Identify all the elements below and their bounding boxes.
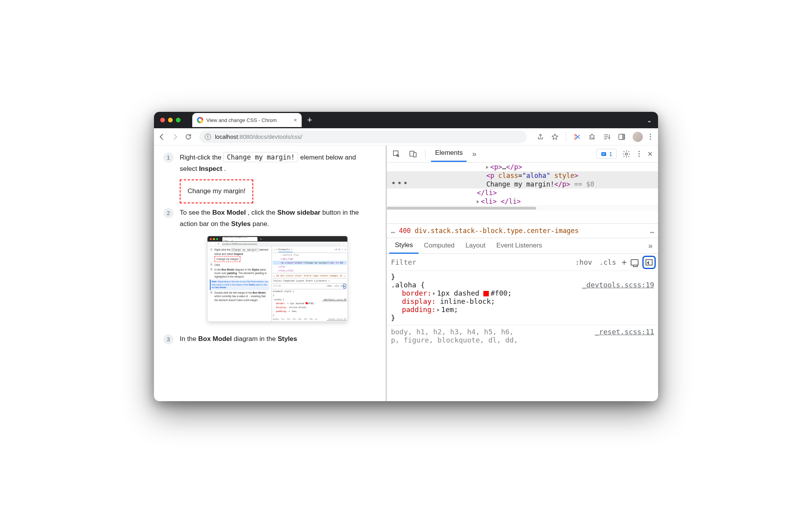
browser-window: View and change CSS - Chrom × + ⌄ i loca… [154, 112, 658, 401]
rule-text: } [391, 314, 654, 322]
nav-back-button[interactable] [158, 133, 166, 141]
step-bold: Box Model [212, 209, 246, 216]
step-text: To see the [180, 209, 212, 216]
rule-selector[interactable]: p, figure, blockquote, dl, dd, [391, 336, 518, 344]
new-tab-button[interactable]: + [307, 115, 312, 125]
share-icon[interactable] [537, 133, 544, 140]
show-sidebar-button[interactable] [642, 256, 656, 269]
step-bold: Box Model [198, 335, 232, 343]
step-3: 3 In the Box Model diagram in the Styles [163, 334, 375, 345]
reading-list-icon[interactable] [603, 133, 611, 141]
issues-badge[interactable]: 1 [596, 149, 617, 159]
step-bold: Show sidebar [277, 209, 320, 216]
tab-styles[interactable]: Styles [389, 238, 418, 254]
rule-selector[interactable]: .aloha { [391, 281, 425, 289]
side-panel-icon[interactable] [618, 133, 626, 141]
chrome-menu-button[interactable] [650, 134, 651, 140]
toggle-hov-button[interactable]: :hov [574, 258, 594, 266]
crumb-item[interactable]: 400 [399, 227, 411, 235]
tab-layout[interactable]: Layout [460, 239, 491, 253]
crumb-overflow[interactable]: … [391, 227, 395, 235]
step-text: Right-click the [180, 154, 223, 161]
elements-tree[interactable]: ••• <p>…</p> <p class="aloha" style> Cha… [387, 163, 658, 223]
tab-computed[interactable]: Computed [419, 239, 460, 253]
rule-selector[interactable]: body, h1, h2, h3, h4, h5, h6, [391, 328, 513, 336]
styles-rules[interactable]: } .aloha { _devtools.scss:19 border:1px … [387, 271, 658, 401]
step-body: In the Box Model diagram in the Styles [180, 334, 297, 345]
device-toolbar-icon[interactable] [406, 147, 420, 161]
window-minimize-button[interactable] [168, 118, 173, 122]
window-controls [160, 118, 181, 122]
step-1: 1 Right-click the Change my margin! elem… [163, 152, 375, 203]
tab-elements[interactable]: Elements [431, 146, 467, 162]
step-bold: Styles [231, 220, 250, 228]
horizontal-scrollbar[interactable] [387, 206, 658, 210]
step-text: . [224, 165, 226, 172]
svg-point-8 [625, 153, 628, 155]
elements-breadcrumb[interactable]: … 400 div.stack.stack--block.type.center… [387, 223, 658, 238]
url-text: localhost:8080/docs/devtools/css/ [215, 133, 302, 140]
screenshot-thumbnail: View and change CSS - Chro… × + ←→⟳local… [207, 236, 348, 322]
nav-forward-button[interactable] [171, 133, 179, 141]
rule-source-link[interactable]: _reset.scss:11 [595, 328, 654, 336]
window-zoom-button[interactable] [176, 118, 181, 122]
crumb-item[interactable]: div.stack.stack--block.type.center-image… [415, 227, 579, 235]
property-row[interactable]: border:1px dashed #f00; [391, 289, 654, 297]
step-text: , click the [248, 209, 277, 216]
extensions-icon[interactable] [588, 133, 596, 141]
elements-ellipsis-icon[interactable]: ••• [391, 178, 409, 188]
color-swatch[interactable] [483, 291, 489, 296]
scissors-icon[interactable] [573, 133, 581, 141]
thumb-tab: View and change CSS - Chro… × [222, 237, 258, 241]
thumb-addr: localhost:8080/docs/devtools/css/ [221, 242, 341, 246]
rule-source-link[interactable]: _devtools.scss:19 [582, 281, 654, 289]
property-row[interactable]: display: inline-block; [391, 297, 654, 305]
crumb-overflow[interactable]: … [650, 227, 654, 235]
nav-reload-button[interactable] [184, 133, 192, 141]
tabs-overflow-icon[interactable]: » [470, 149, 479, 158]
expand-triangle-icon[interactable] [433, 292, 435, 295]
style-rule[interactable]: body, h1, h2, h3, h4, h5, h6, _reset.scs… [391, 328, 654, 344]
devtools-panel: Elements » 1 × ••• < [386, 145, 658, 401]
svg-rect-7 [601, 152, 606, 156]
step-bold: Styles [277, 335, 297, 343]
url-host: localhost [215, 133, 238, 140]
window-close-button[interactable] [160, 118, 165, 122]
issues-count: 1 [609, 151, 612, 157]
devtools-menu-icon[interactable] [636, 149, 642, 159]
toggle-cls-button[interactable]: .cls [597, 258, 617, 266]
style-rule[interactable]: .aloha { _devtools.scss:19 border:1px da… [391, 281, 654, 322]
devtools-close-button[interactable]: × [645, 147, 655, 161]
page-content[interactable]: 1 Right-click the Change my margin! elem… [154, 145, 386, 401]
tab-close-button[interactable]: × [294, 117, 297, 123]
rendering-brush-icon[interactable] [631, 259, 639, 265]
tab-event-listeners[interactable]: Event Listeners [491, 239, 547, 253]
styles-tabbar: Styles Computed Layout Event Listeners » [387, 238, 658, 254]
styles-tabs-overflow-icon[interactable]: » [645, 241, 656, 250]
url-path: /docs/devtools/css/ [253, 133, 302, 140]
demo-box[interactable]: Change my margin! [180, 179, 253, 203]
content-area: 1 Right-click the Change my margin! elem… [154, 145, 658, 401]
url-port: :8080 [238, 133, 253, 140]
browser-tab[interactable]: View and change CSS - Chrom × [192, 113, 302, 127]
tab-list-chevron-icon[interactable]: ⌄ [647, 117, 652, 124]
rule-text: } [391, 273, 654, 281]
step-2: 2 To see the Box Model , click the Show … [163, 207, 375, 330]
step-text: diagram in the [234, 335, 277, 343]
bookmark-star-icon[interactable] [551, 133, 559, 141]
site-info-icon[interactable]: i [205, 134, 211, 140]
expand-triangle-icon[interactable] [437, 309, 440, 312]
styles-filter-input[interactable] [391, 258, 570, 266]
step-number: 3 [163, 334, 173, 344]
profile-avatar[interactable] [633, 132, 643, 142]
property-row[interactable]: padding:1em; [391, 305, 654, 314]
settings-gear-icon[interactable] [620, 147, 633, 161]
step-body: To see the Box Model , click the Show si… [180, 207, 375, 330]
expand-triangle-icon[interactable] [486, 166, 488, 169]
inspect-element-icon[interactable] [390, 147, 403, 161]
selected-node[interactable]: <p class="aloha" style> [387, 171, 658, 180]
new-rule-button[interactable]: + [622, 257, 627, 267]
omnibox[interactable]: i localhost:8080/docs/devtools/css/ [199, 131, 527, 143]
step-text: pane. [252, 220, 269, 228]
expand-triangle-icon[interactable] [477, 200, 479, 203]
